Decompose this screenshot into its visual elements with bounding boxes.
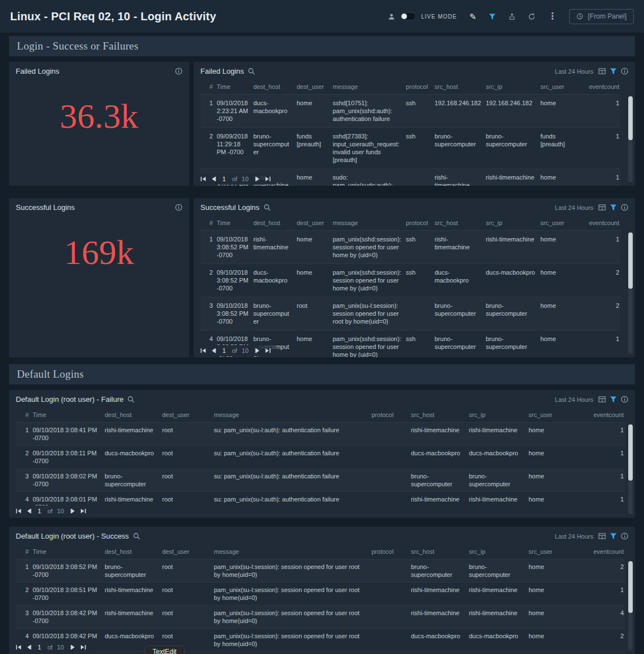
column-header[interactable]: src_host (411, 544, 469, 559)
column-header[interactable]: protocol (372, 407, 411, 423)
scrollbar-thumb[interactable] (628, 232, 633, 289)
column-header[interactable]: Time (217, 79, 253, 95)
column-header[interactable]: dest_user (297, 216, 333, 231)
magnifier-icon[interactable] (248, 68, 255, 75)
table-row[interactable]: 409/10/2018 3:08:42 PM -0700ducs-macbook… (16, 629, 625, 652)
column-header[interactable]: dest_host (105, 544, 162, 559)
refresh-icon[interactable] (528, 13, 535, 20)
first-page-icon[interactable] (16, 508, 21, 514)
column-header[interactable]: src_host (435, 79, 486, 95)
column-header[interactable]: eventcount (584, 216, 620, 231)
scrollbar[interactable] (628, 232, 633, 354)
live-mode-toggle[interactable] (400, 12, 416, 20)
last-page-icon[interactable] (80, 644, 86, 650)
column-header[interactable]: src_ip (486, 79, 540, 95)
column-header[interactable]: dest_host (253, 79, 297, 95)
column-header[interactable]: message (214, 407, 372, 423)
last-page-icon[interactable] (265, 176, 271, 182)
table-row[interactable]: 209/10/2018 3:08:52 PM -0700ducs-macbook… (200, 264, 620, 297)
filter-icon[interactable] (610, 204, 617, 211)
scrollbar[interactable] (628, 96, 633, 182)
table-row[interactable]: 309/10/2018 3:08:02 PM -0700bruno-superc… (16, 469, 625, 492)
prev-page-icon[interactable] (211, 176, 216, 182)
first-page-icon[interactable] (200, 348, 206, 353)
column-header[interactable]: protocol (372, 544, 411, 559)
table-icon[interactable] (598, 68, 606, 75)
share-icon[interactable] (508, 13, 516, 20)
column-header[interactable]: # (16, 407, 33, 423)
table-row[interactable]: 109/10/2018 3:08:52 PM -0700rishi-timema… (200, 231, 620, 264)
next-page-icon[interactable] (70, 644, 76, 650)
last-page-icon[interactable] (80, 508, 86, 514)
column-header[interactable]: message (214, 544, 372, 559)
table-row[interactable]: 109/10/2018 3:08:52 PM -0700bruno-superc… (16, 559, 625, 583)
column-header[interactable]: Time (217, 216, 253, 231)
info-icon[interactable] (175, 68, 182, 75)
info-icon[interactable] (621, 204, 628, 211)
prev-page-icon[interactable] (26, 508, 32, 514)
magnifier-icon[interactable] (133, 532, 140, 540)
column-header[interactable]: dest_user (162, 544, 214, 559)
column-header[interactable]: src_user (540, 216, 584, 231)
column-header[interactable]: eventcount (582, 407, 625, 423)
column-header[interactable]: Time (33, 544, 105, 559)
table-icon[interactable] (598, 396, 606, 403)
table-row[interactable]: 109/10/2018 3:08:41 PM -0700rishi-timema… (16, 423, 625, 446)
prev-page-icon[interactable] (211, 348, 216, 353)
info-icon[interactable] (621, 396, 628, 403)
first-page-icon[interactable] (200, 176, 206, 182)
magnifier-icon[interactable] (127, 396, 135, 403)
column-header[interactable]: src_host (435, 216, 486, 231)
column-header[interactable]: protocol (406, 216, 435, 231)
column-header[interactable]: message (333, 216, 406, 231)
table-row[interactable]: 309/10/2018 3:08:52 PM -0700bruno-superc… (200, 297, 620, 330)
next-page-icon[interactable] (255, 348, 261, 353)
time-range-selector[interactable]: [From Panel] (569, 9, 634, 24)
column-header[interactable]: # (16, 544, 33, 559)
column-header[interactable]: src_host (411, 407, 469, 423)
column-header[interactable]: eventcount (582, 544, 625, 559)
last-page-icon[interactable] (265, 348, 271, 353)
scrollbar[interactable] (628, 561, 633, 651)
column-header[interactable]: Time (33, 407, 105, 423)
scrollbar[interactable] (628, 424, 633, 514)
prev-page-icon[interactable] (26, 644, 32, 650)
column-header[interactable]: src_user (529, 407, 582, 423)
filter-icon[interactable] (610, 532, 617, 540)
table-icon[interactable] (598, 532, 606, 540)
column-header[interactable]: src_ip (469, 407, 529, 423)
table-row[interactable]: 109/10/2018 2:23:21 AM -0700ducs-macbook… (200, 95, 620, 128)
table-row[interactable]: 309/10/2018 3:08:42 PM -0700rishi-timema… (16, 606, 625, 629)
user-icon[interactable] (388, 13, 395, 20)
column-header[interactable]: dest_host (105, 407, 162, 423)
more-menu-icon[interactable]: ⋮ (548, 12, 557, 21)
table-row[interactable]: 409/10/2018 3:08:01 PM -0700rishi-timema… (16, 492, 625, 515)
column-header[interactable]: dest_user (297, 79, 333, 95)
table-row[interactable]: 209/09/2018 11:29:18 PM -0700bruno-super… (200, 128, 620, 169)
column-header[interactable]: message (333, 79, 406, 95)
filter-icon[interactable] (610, 396, 617, 403)
column-header[interactable]: # (200, 216, 217, 231)
column-header[interactable]: src_ip (486, 216, 540, 231)
table-row[interactable]: 209/10/2018 3:08:11 PM -0700ducs-macbook… (16, 446, 625, 469)
table-icon[interactable] (598, 204, 606, 211)
column-header[interactable]: src_user (529, 544, 582, 559)
first-page-icon[interactable] (16, 644, 21, 650)
table-row[interactable]: 209/10/2018 3:08:51 PM -0700rishi-timema… (16, 583, 625, 606)
next-page-icon[interactable] (70, 508, 76, 514)
scrollbar-thumb[interactable] (628, 561, 633, 613)
filter-icon[interactable] (489, 13, 496, 20)
next-page-icon[interactable] (255, 176, 261, 182)
column-header[interactable]: # (200, 79, 217, 95)
magnifier-icon[interactable] (263, 204, 271, 211)
column-header[interactable]: dest_host (253, 216, 297, 231)
scrollbar-thumb[interactable] (628, 424, 633, 481)
info-icon[interactable] (621, 532, 628, 540)
info-icon[interactable] (621, 68, 628, 75)
scrollbar-thumb[interactable] (628, 96, 633, 140)
column-header[interactable]: dest_user (162, 407, 214, 423)
column-header[interactable]: eventcount (584, 79, 620, 95)
column-header[interactable]: protocol (406, 79, 435, 95)
column-header[interactable]: src_user (540, 79, 584, 95)
edit-icon[interactable]: ✎ (469, 12, 477, 21)
